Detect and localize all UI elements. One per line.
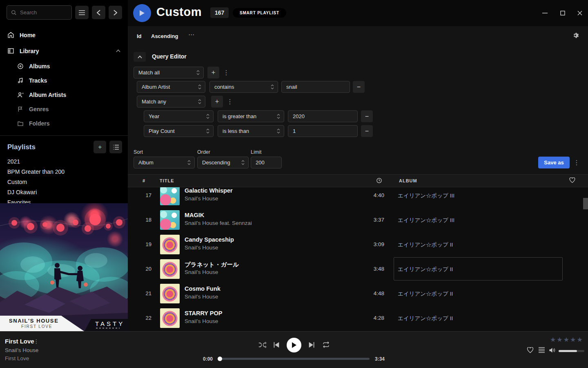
repeat-button[interactable] bbox=[322, 341, 330, 348]
forward-button[interactable] bbox=[109, 6, 122, 19]
save-as-button[interactable]: Save as bbox=[538, 157, 570, 168]
track-index: 20 bbox=[128, 266, 151, 272]
column-title[interactable]: TITLE bbox=[160, 178, 174, 183]
sort-select[interactable]: Album bbox=[134, 157, 195, 168]
favorite-heart-icon[interactable] bbox=[569, 177, 575, 183]
add-rule-button[interactable]: ＋ bbox=[211, 96, 223, 108]
queue-button[interactable] bbox=[539, 347, 545, 353]
playlist-item[interactable]: Custom bbox=[0, 177, 128, 187]
window-close-button[interactable] bbox=[576, 9, 584, 17]
now-playing-title[interactable]: First Love bbox=[5, 338, 34, 345]
now-playing-menu-button[interactable]: ⋮ bbox=[33, 338, 39, 345]
save-options-button[interactable]: ⋮ bbox=[573, 157, 580, 168]
sidebar-item-albums[interactable]: Albums bbox=[0, 59, 128, 73]
match-type-select[interactable]: Match any bbox=[137, 96, 205, 108]
rule-field-select[interactable]: Year bbox=[144, 110, 214, 122]
create-playlist-button[interactable]: ＋ bbox=[94, 141, 106, 153]
table-scrollbar-thumb[interactable] bbox=[583, 198, 588, 209]
table-row[interactable]: 18 MAGIK Snail’s House feat. Sennzai 3:3… bbox=[128, 208, 588, 232]
query-editor-collapse-button[interactable] bbox=[134, 52, 146, 62]
remove-rule-button[interactable]: − bbox=[361, 125, 373, 137]
column-index[interactable]: # bbox=[143, 178, 145, 183]
limit-input[interactable] bbox=[251, 157, 282, 168]
seek-bar[interactable] bbox=[218, 358, 370, 360]
volume-slider[interactable] bbox=[559, 350, 584, 352]
sidebar-item-home[interactable]: Home bbox=[0, 27, 128, 43]
column-album[interactable]: ALBUM bbox=[399, 178, 417, 183]
track-album[interactable]: エイリアン☆ポップ III bbox=[398, 192, 454, 200]
rule-operator-select[interactable]: is greater than bbox=[218, 110, 284, 122]
shuffle-button[interactable] bbox=[258, 341, 266, 348]
playlist-list-button[interactable] bbox=[109, 141, 122, 153]
chevron-up-icon bbox=[116, 49, 120, 52]
next-track-button[interactable] bbox=[308, 341, 315, 348]
sort-field-button[interactable]: Id bbox=[137, 33, 142, 39]
track-artist[interactable]: Snail’s House bbox=[185, 195, 218, 202]
now-playing-album-art[interactable]: SNAIL'S HOUSE FIRST LOVE TASTY bbox=[0, 203, 128, 331]
menu-button[interactable] bbox=[75, 6, 89, 19]
now-playing-artist[interactable]: Snail’s House bbox=[5, 347, 38, 353]
track-album[interactable]: エイリアン☆ポップ III bbox=[398, 217, 454, 224]
track-artist[interactable]: Snail’s House feat. Sennzai bbox=[185, 220, 252, 226]
sidebar-item-folders[interactable]: Folders bbox=[0, 116, 128, 130]
track-artist[interactable]: Snail’s House bbox=[185, 318, 218, 324]
remove-rule-button[interactable]: − bbox=[361, 110, 373, 122]
cover-album-title: FIRST LOVE bbox=[21, 324, 84, 329]
sidebar-item-genres[interactable]: Genres bbox=[0, 102, 128, 116]
window-maximize-button[interactable] bbox=[559, 9, 567, 17]
table-row[interactable]: 21 Cosmo Funk Snail’s House 4:48 エイリアン☆ポ… bbox=[128, 281, 588, 306]
favorite-button[interactable] bbox=[527, 347, 534, 353]
match-type-select[interactable]: Match all bbox=[134, 67, 204, 79]
playlist-header: Custom 167 SMART PLAYLIST bbox=[128, 0, 588, 26]
total-time: 3:34 bbox=[375, 356, 385, 362]
add-rule-button[interactable]: ＋ bbox=[207, 67, 219, 79]
playlist-item[interactable]: DJ Okawari bbox=[0, 187, 128, 197]
cover-label-subtext bbox=[96, 328, 120, 329]
rule-field-select[interactable]: Album Artist bbox=[137, 81, 205, 93]
sidebar: Home Library Albums Tracks Album Artists bbox=[0, 0, 128, 331]
table-row[interactable]: 17 Galactic Whisper Snail’s House 4:40 エ… bbox=[128, 187, 588, 208]
play-pause-button[interactable] bbox=[287, 338, 301, 352]
play-playlist-button[interactable] bbox=[133, 4, 151, 22]
volume-icon[interactable] bbox=[549, 347, 556, 353]
group-options-button[interactable]: ⋮ bbox=[226, 96, 234, 108]
order-select[interactable]: Descending bbox=[197, 157, 249, 168]
search-input[interactable] bbox=[20, 9, 65, 16]
sidebar-item-tracks[interactable]: Tracks bbox=[0, 73, 128, 88]
sidebar-item-library[interactable]: Library bbox=[0, 43, 128, 59]
rating-stars[interactable]: ★★★★★ bbox=[550, 336, 584, 343]
rule-operator-select[interactable]: is less than bbox=[218, 125, 284, 137]
sidebar-nav: Home Library Albums Tracks Album Artists bbox=[0, 27, 128, 130]
track-album[interactable]: エイリアン☆ポップ II bbox=[398, 290, 453, 298]
now-playing-album[interactable]: First Love bbox=[5, 355, 29, 361]
track-artist[interactable]: Snail’s House bbox=[185, 245, 218, 251]
table-row[interactable]: 19 Candy Spaceship Snail’s House 3:09 エイ… bbox=[128, 232, 588, 257]
rule-field-select[interactable]: Play Count bbox=[144, 125, 214, 137]
rule-value-input[interactable] bbox=[288, 125, 358, 137]
track-artist[interactable]: Snail’s House bbox=[185, 294, 218, 300]
sidebar-item-album-artists[interactable]: Album Artists bbox=[0, 88, 128, 102]
track-index: 18 bbox=[128, 217, 151, 223]
duration-clock-icon[interactable] bbox=[376, 177, 382, 184]
table-row[interactable]: 20 プラネット・ガール Snail’s House 3:48 エイリアン☆ポッ… bbox=[128, 257, 588, 281]
rule-operator-select[interactable]: contains bbox=[209, 81, 278, 93]
back-button[interactable] bbox=[92, 6, 105, 19]
window-minimize-button[interactable] bbox=[541, 9, 549, 17]
rule-value-input[interactable] bbox=[281, 81, 350, 93]
seek-knob[interactable] bbox=[218, 357, 222, 361]
track-title: プラネット・ガール bbox=[185, 261, 239, 269]
previous-track-button[interactable] bbox=[273, 341, 280, 348]
track-album[interactable]: エイリアン☆ポップ II bbox=[398, 315, 453, 322]
search-box[interactable] bbox=[7, 5, 72, 20]
toolbar-more-button[interactable]: ⋯ bbox=[188, 31, 195, 38]
table-row[interactable]: 22 STARRY POP Snail’s House 4:28 エイリアン☆ポ… bbox=[128, 306, 588, 330]
remove-rule-button[interactable]: − bbox=[353, 81, 365, 93]
playlist-item[interactable]: BPM Greater than 200 bbox=[0, 167, 128, 177]
rule-value-input[interactable] bbox=[288, 110, 358, 122]
group-options-button[interactable]: ⋮ bbox=[223, 67, 230, 79]
track-artist[interactable]: Snail’s House bbox=[185, 269, 218, 275]
playlist-item[interactable]: 2021 bbox=[0, 157, 128, 167]
gear-icon[interactable] bbox=[572, 32, 579, 39]
sort-direction-button[interactable]: Ascending bbox=[151, 33, 178, 39]
track-album[interactable]: エイリアン☆ポップ II bbox=[398, 241, 453, 249]
